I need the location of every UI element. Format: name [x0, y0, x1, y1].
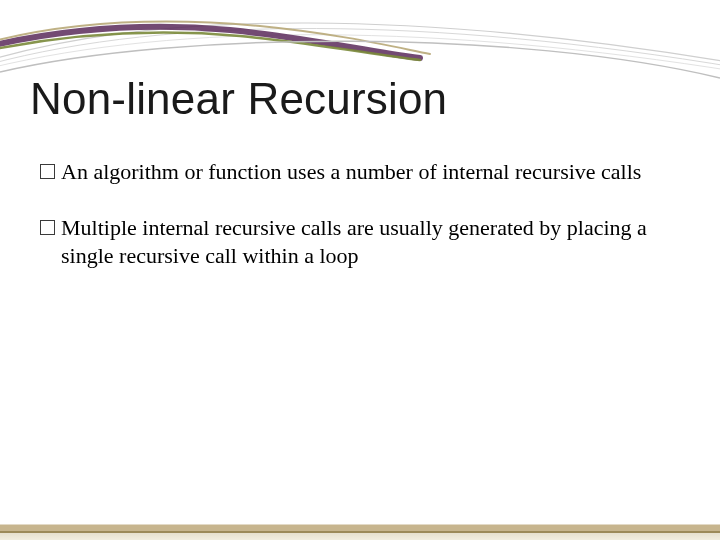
slide-body: An algorithm or function uses a number o… [40, 158, 680, 298]
bullet-text: An algorithm or function uses a number o… [61, 158, 680, 186]
bullet-text: Multiple internal recursive calls are us… [61, 214, 680, 270]
bullet-square-icon [40, 220, 55, 235]
bullet-item: Multiple internal recursive calls are us… [40, 214, 680, 270]
slide-title: Non-linear Recursion [30, 74, 447, 124]
bullet-item: An algorithm or function uses a number o… [40, 158, 680, 186]
bullet-square-icon [40, 164, 55, 179]
slide: Non-linear Recursion An algorithm or fun… [0, 0, 720, 540]
footer-accent-bar [0, 524, 720, 540]
